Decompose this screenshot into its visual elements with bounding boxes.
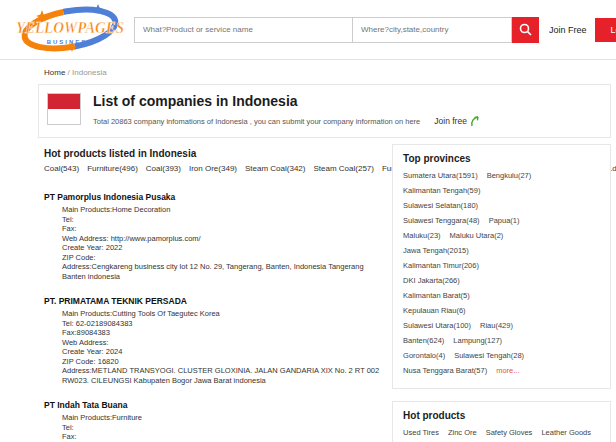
join-free-link[interactable]: Join Free — [549, 25, 587, 35]
join-free-arrow-icon — [470, 115, 481, 127]
search-where-input[interactable] — [352, 17, 512, 43]
top-provinces-box: Top provinces Sumatera Utara(1591)Bengku… — [392, 144, 611, 389]
breadcrumb-separator: / — [68, 68, 70, 77]
province-row: Sumatera Utara(1591)Bengkulu(27) — [403, 168, 600, 183]
company-detail-line: Main Products:Furniture — [62, 413, 382, 423]
sidebar-hot-products-list: Used TiresZinc OreSafety GlovesLeather G… — [403, 425, 600, 441]
main-content: Hot products listed in Indonesia Coal(54… — [44, 144, 392, 442]
province-row: Sulawesi Utara(100)Riau(429) — [403, 318, 600, 333]
province-link[interactable]: Banten(624) — [403, 336, 444, 345]
breadcrumb-current: Indonesia — [72, 68, 107, 77]
province-row: Jawa Tengah(2015) — [403, 243, 600, 258]
province-link[interactable]: Riau(429) — [480, 321, 513, 330]
company-detail-line: Tel: — [62, 215, 382, 225]
province-link[interactable]: Jawa Tengah(2015) — [403, 246, 469, 255]
hot-products-main-title: Hot products listed in Indonesia — [44, 148, 382, 159]
company-detail-line: Fax: — [62, 432, 382, 442]
page-title: List of companies in Indonesia — [93, 93, 600, 109]
province-link[interactable]: Papua(1) — [489, 216, 520, 225]
province-link[interactable]: Sumatera Utara(1591) — [403, 171, 478, 180]
hot-product-link[interactable]: Coal(543) — [44, 164, 79, 173]
hot-product-link[interactable]: Steam Coal(342) — [245, 164, 305, 173]
province-link[interactable]: Sulawesi Tengah(28) — [454, 351, 524, 360]
company-name-link[interactable]: PT Indah Tata Buana — [44, 400, 127, 410]
company-detail-line: Tel: 62-02189084383 — [62, 319, 382, 329]
company-detail-line: ZIP Code: 16820 — [62, 357, 382, 367]
top-provinces-title: Top provinces — [403, 153, 600, 164]
company-detail-line: Fax:89084383 — [62, 328, 382, 338]
company-name-link[interactable]: PT Pamorplus Indonesia Pusaka — [44, 192, 175, 202]
log-in-button[interactable]: Log In — [595, 18, 616, 42]
province-list: Sumatera Utara(1591)Bengkulu(27)Kalimant… — [403, 168, 600, 378]
indonesia-flag-icon — [47, 93, 81, 125]
company-detail-line: Address:Cengkareng business city lot 12 … — [62, 262, 382, 281]
province-link[interactable]: Nusa Tenggara Barat(57) — [403, 366, 487, 375]
search-what-input[interactable] — [134, 17, 352, 43]
province-row: Banten(624)Lampung(127) — [403, 333, 600, 348]
company-name-link[interactable]: PT. PRIMATAMA TEKNIK PERSADA — [44, 296, 187, 306]
province-link[interactable]: Sulawesi Tenggara(48) — [403, 216, 480, 225]
province-row: Nusa Tenggara Barat(57)more... — [403, 363, 600, 378]
sidebar-hot-products-box: Hot products Used TiresZinc OreSafety Gl… — [392, 401, 611, 442]
company-detail-line: ZIP Code: — [62, 253, 382, 263]
company-item: PT Pamorplus Indonesia PusakaMain Produc… — [44, 186, 382, 281]
sidebar-hot-product-link[interactable]: Safety Gloves — [486, 428, 533, 437]
search-bar — [134, 17, 539, 43]
breadcrumb-home-link[interactable]: Home — [44, 68, 65, 77]
hot-product-link[interactable]: Coal(393) — [146, 164, 181, 173]
country-banner: List of companies in Indonesia Total 208… — [38, 84, 611, 138]
logo-subtitle: BUSINESS — [47, 39, 94, 45]
company-item: PT Indah Tata BuanaMain Products:Furnitu… — [44, 394, 382, 442]
province-link[interactable]: DKI Jakarta(266) — [403, 276, 460, 285]
company-detail-line: Fax: — [62, 224, 382, 234]
sidebar-hot-products-title: Hot products — [403, 410, 600, 421]
province-link[interactable]: Maluku(23) — [403, 231, 441, 240]
search-icon — [519, 23, 532, 36]
province-link[interactable]: Kepulauan Riau(6) — [403, 306, 466, 315]
company-detail-line: Web Address: http://www.pamorplus.com/ — [62, 234, 382, 244]
page-subtitle: Total 20863 company infomations of Indon… — [93, 117, 420, 126]
province-row: Sulawesi Selatan(180) — [403, 198, 600, 213]
hot-product-link[interactable]: Iron Ore(349) — [189, 164, 237, 173]
yellowpages-logo-icon: YELLOWPAGES BUSINESS — [12, 2, 128, 54]
provinces-more-link[interactable]: more... — [496, 366, 519, 375]
province-link[interactable]: Kalimantan Barat(5) — [403, 291, 470, 300]
company-details: Main Products:FurnitureTel:Fax: — [62, 413, 382, 442]
company-details: Main Products:Home DecorationTel:Fax:Web… — [62, 205, 382, 281]
sidebar-hot-product-link[interactable]: Zinc Ore — [448, 428, 477, 437]
banner-join-free-label: Join free — [434, 116, 467, 126]
province-row: DKI Jakarta(266) — [403, 273, 600, 288]
header: YELLOWPAGES BUSINESS Join Free Log In — [0, 0, 616, 60]
company-detail-line: Main Products:Home Decoration — [62, 205, 382, 215]
province-row: Kepulauan Riau(6) — [403, 303, 600, 318]
company-details: Main Products:Cutting Tools Of Taegutec … — [62, 309, 382, 385]
sidebar-hot-product-link[interactable]: Leather Goods — [541, 428, 591, 437]
company-detail-line: Address:METLAND TRANSYOGI. CLUSTER GLOXI… — [62, 366, 382, 385]
banner-join-free-link[interactable]: Join free — [434, 115, 481, 127]
company-detail-line: Create Year: 2022 — [62, 243, 382, 253]
yellowpages-logo[interactable]: YELLOWPAGES BUSINESS — [12, 2, 130, 58]
logo-wordmark: YELLOWPAGES — [16, 18, 124, 37]
province-link[interactable]: Bengkulu(27) — [487, 171, 532, 180]
company-item: PT. PRIMATAMA TEKNIK PERSADAMain Product… — [44, 290, 382, 385]
province-row: Gorontalo(4)Sulawesi Tengah(28) — [403, 348, 600, 363]
breadcrumb: Home / Indonesia — [44, 68, 616, 77]
province-link[interactable]: Gorontalo(4) — [403, 351, 445, 360]
province-link[interactable]: Lampung(127) — [453, 336, 502, 345]
province-link[interactable]: Maluku Utara(2) — [450, 231, 504, 240]
province-link[interactable]: Sulawesi Selatan(180) — [403, 201, 478, 210]
company-detail-line: Create Year: 2024 — [62, 347, 382, 357]
hot-product-link[interactable]: Furniture(496) — [87, 164, 138, 173]
hot-product-link[interactable]: Steam Coal(257) — [313, 164, 373, 173]
sidebar: Top provinces Sumatera Utara(1591)Bengku… — [392, 144, 611, 442]
search-button[interactable] — [512, 17, 539, 43]
sidebar-hot-product-link[interactable]: Used Tires — [403, 428, 439, 437]
company-detail-line: Main Products:Cutting Tools Of Taegutec … — [62, 309, 382, 319]
company-detail-line: Web Address: — [62, 338, 382, 348]
province-link[interactable]: Sulawesi Utara(100) — [403, 321, 471, 330]
company-detail-line: Tel: — [62, 423, 382, 433]
province-row: Maluku(23)Maluku Utara(2) — [403, 228, 600, 243]
province-link[interactable]: Kalimantan Tengah(59) — [403, 186, 480, 195]
company-list: PT Pamorplus Indonesia PusakaMain Produc… — [44, 186, 382, 442]
province-link[interactable]: Kalimantan Timur(206) — [403, 261, 479, 270]
